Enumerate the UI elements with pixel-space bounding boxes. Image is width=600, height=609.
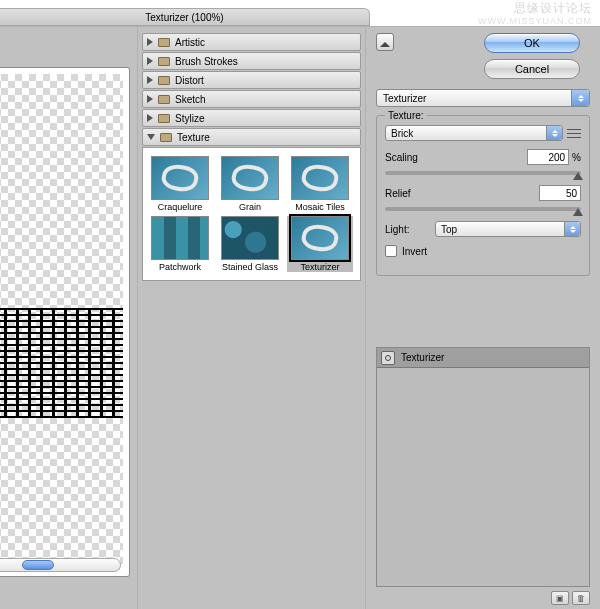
light-select-value: Top xyxy=(441,224,457,235)
invert-checkbox[interactable] xyxy=(385,245,397,257)
cancel-button[interactable]: Cancel xyxy=(484,59,580,79)
chevron-right-icon xyxy=(147,76,153,84)
thumb-image xyxy=(151,156,209,200)
light-select[interactable]: Top xyxy=(435,221,581,237)
category-label: Stylize xyxy=(175,113,204,124)
category-label: Texture xyxy=(177,132,210,143)
light-label: Light: xyxy=(385,224,435,235)
chevron-right-icon xyxy=(147,38,153,46)
folder-icon xyxy=(158,38,170,47)
texture-options-group: Texture: Brick Scaling 200 % Relief 50 xyxy=(376,115,590,276)
folder-icon xyxy=(158,57,170,66)
filter-categories-column: ArtisticBrush StrokesDistortSketchStyliz… xyxy=(138,27,366,609)
folder-icon xyxy=(158,76,170,85)
thumb-mosaic-tiles[interactable]: Mosaic Tiles xyxy=(287,156,353,212)
filter-gallery-window: ArtisticBrush StrokesDistortSketchStyliz… xyxy=(0,26,600,609)
settings-column: OK Cancel Texturizer Texture: Brick Scal… xyxy=(366,27,600,609)
thumb-craquelure[interactable]: Craquelure xyxy=(147,156,213,212)
relief-input[interactable]: 50 xyxy=(539,185,581,201)
thumbnails-grid: CraquelureGrainMosaic TilesPatchworkStai… xyxy=(142,147,361,281)
collapse-button[interactable] xyxy=(376,33,394,51)
layer-name: Texturizer xyxy=(401,352,444,363)
window-titlebar: Texturizer (100%) xyxy=(0,8,370,26)
scrollbar-thumb[interactable] xyxy=(22,560,54,570)
thumb-label: Patchwork xyxy=(159,262,201,272)
texture-menu-icon[interactable] xyxy=(567,127,581,139)
thumb-stained-glass[interactable]: Stained Glass xyxy=(217,216,283,272)
folder-icon xyxy=(160,133,172,142)
filter-select-value: Texturizer xyxy=(383,93,426,104)
category-label: Brush Strokes xyxy=(175,56,238,67)
preview-column xyxy=(0,27,138,609)
preview-content xyxy=(0,308,123,418)
relief-slider[interactable] xyxy=(385,207,581,211)
watermark-url: WWW.MISSYUAN.COM xyxy=(478,16,592,26)
scaling-input[interactable]: 200 xyxy=(527,149,569,165)
scaling-percent: % xyxy=(572,152,581,163)
effect-layers-panel: Texturizer xyxy=(376,347,590,587)
layer-row[interactable]: Texturizer xyxy=(377,348,589,368)
folder-icon xyxy=(158,114,170,123)
scaling-slider[interactable] xyxy=(385,171,581,175)
thumb-grain[interactable]: Grain xyxy=(217,156,283,212)
thumb-label: Mosaic Tiles xyxy=(295,202,345,212)
thumb-label: Stained Glass xyxy=(222,262,278,272)
thumb-texturizer[interactable]: Texturizer xyxy=(287,216,353,272)
thumb-label: Craquelure xyxy=(158,202,203,212)
thumb-image xyxy=(221,156,279,200)
relief-label: Relief xyxy=(385,188,539,199)
category-row-brush-strokes[interactable]: Brush Strokes xyxy=(142,52,361,70)
ok-button[interactable]: OK xyxy=(484,33,580,53)
category-row-artistic[interactable]: Artistic xyxy=(142,33,361,51)
texture-select-value: Brick xyxy=(391,128,413,139)
scaling-label: Scaling xyxy=(385,152,527,163)
category-row-sketch[interactable]: Sketch xyxy=(142,90,361,108)
preview-h-scrollbar[interactable] xyxy=(0,558,121,572)
delete-effect-button[interactable]: 🗑 xyxy=(572,591,590,605)
slider-thumb[interactable] xyxy=(573,203,583,216)
dropdown-icon xyxy=(546,126,562,140)
preview-canvas[interactable] xyxy=(0,67,130,577)
chevron-down-icon xyxy=(147,134,155,140)
thumb-image xyxy=(151,216,209,260)
category-label: Distort xyxy=(175,75,204,86)
filter-select[interactable]: Texturizer xyxy=(376,89,590,107)
folder-icon xyxy=(158,95,170,104)
dropdown-icon xyxy=(571,90,589,106)
category-row-distort[interactable]: Distort xyxy=(142,71,361,89)
invert-label: Invert xyxy=(402,246,427,257)
chevron-right-icon xyxy=(147,114,153,122)
eye-icon[interactable] xyxy=(381,351,395,365)
chevron-right-icon xyxy=(147,57,153,65)
thumb-image xyxy=(291,216,349,260)
category-row-stylize[interactable]: Stylize xyxy=(142,109,361,127)
watermark-text: 思缘设计论坛 xyxy=(514,0,592,17)
texture-select[interactable]: Brick xyxy=(385,125,563,141)
thumb-label: Texturizer xyxy=(300,262,339,272)
category-label: Sketch xyxy=(175,94,206,105)
thumb-image xyxy=(291,156,349,200)
thumb-label: Grain xyxy=(239,202,261,212)
thumb-image xyxy=(221,216,279,260)
new-effect-button[interactable]: ▣ xyxy=(551,591,569,605)
category-row-texture[interactable]: Texture xyxy=(142,128,361,146)
thumb-patchwork[interactable]: Patchwork xyxy=(147,216,213,272)
slider-thumb[interactable] xyxy=(573,167,583,180)
dropdown-icon xyxy=(564,222,580,236)
layers-footer: ▣ 🗑 xyxy=(376,589,590,607)
window-title: Texturizer (100%) xyxy=(145,12,223,23)
category-label: Artistic xyxy=(175,37,205,48)
texture-group-label: Texture: xyxy=(385,110,427,121)
chevron-right-icon xyxy=(147,95,153,103)
